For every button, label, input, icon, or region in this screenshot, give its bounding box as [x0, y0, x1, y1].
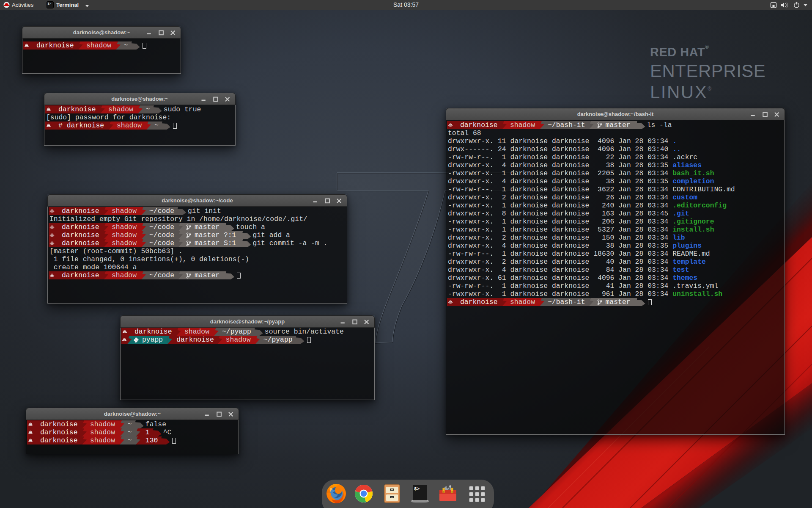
svg-text:$>: $> — [414, 486, 420, 491]
